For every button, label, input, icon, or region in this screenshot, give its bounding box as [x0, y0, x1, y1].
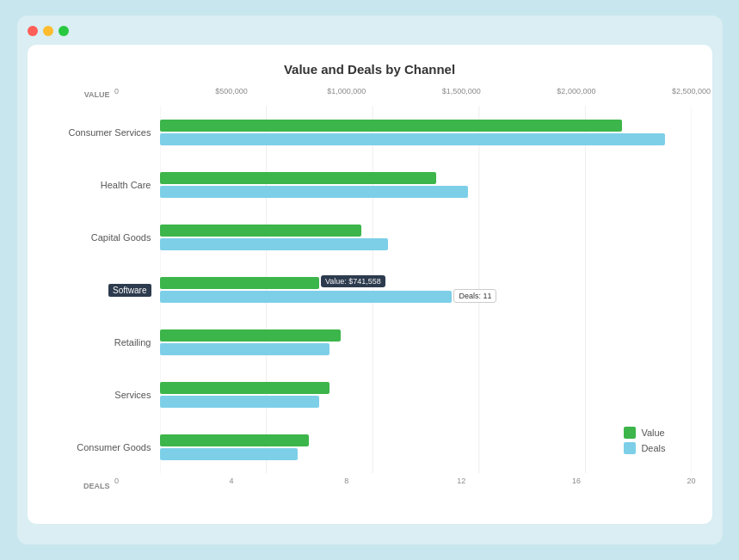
top-tick-1: $500,000	[215, 87, 248, 95]
bar-deals-capital-goods	[160, 238, 389, 250]
app-window: Value and Deals by Channel VALUE 0 $500,…	[17, 15, 723, 545]
bottom-tick-5: 20	[687, 477, 695, 485]
bottom-tick-2: 8	[344, 477, 348, 485]
y-label-2: Capital Goods	[48, 232, 160, 243]
bottom-axis-row: DEALS 0 4 8 12 16 20	[48, 477, 692, 495]
legend-deals-box	[624, 442, 636, 454]
traffic-lights	[28, 26, 712, 36]
top-axis: 0 $500,000 $1,000,000 $1,500,000 $2,000,…	[117, 87, 692, 102]
deals-axis-label: DEALS	[48, 482, 117, 490]
value-axis-label: VALUE	[48, 90, 117, 99]
y-label-0: Consumer Services	[48, 127, 160, 138]
bar-deals-services	[160, 396, 319, 408]
bar-value-capital-goods	[160, 225, 362, 237]
bar-group-software: Value: $741,558 Deals: 11	[160, 277, 692, 303]
top-tick-4: $2,000,000	[557, 87, 595, 95]
top-tick-0: 0	[114, 87, 119, 95]
bottom-axis: 0 4 8 12 16 20	[117, 477, 692, 495]
bar-group-health-care	[160, 172, 692, 198]
bars-area: Consumer Services Health Care Capital Go…	[48, 106, 692, 473]
legend-value: Value	[624, 427, 665, 439]
bottom-tick-4: 16	[572, 477, 581, 485]
minimize-button[interactable]	[43, 26, 53, 36]
chart-container: Value and Deals by Channel VALUE 0 $500,…	[28, 45, 712, 524]
bar-deals-consumer-goods	[160, 448, 299, 460]
legend-value-label: Value	[641, 428, 664, 438]
bottom-tick-0: 0	[114, 477, 119, 485]
tooltip-deals: Deals: 11	[453, 289, 496, 303]
bar-group-consumer-goods	[160, 434, 692, 460]
y-label-6: Consumer Goods	[48, 442, 160, 452]
top-tick-5: $2,500,000	[672, 87, 711, 95]
y-labels: Consumer Services Health Care Capital Go…	[48, 106, 160, 473]
bars-wrapper: Value: $741,558 Deals: 11	[160, 106, 692, 473]
y-label-1: Health Care	[48, 180, 160, 190]
software-highlight-label: Software	[108, 284, 151, 297]
bar-deals-software	[160, 291, 453, 303]
bar-group-capital-goods	[160, 225, 692, 250]
bottom-tick-3: 12	[457, 477, 465, 485]
y-label-3: Software	[48, 285, 160, 295]
legend-deals: Deals	[624, 442, 665, 454]
bar-value-retailing	[160, 329, 341, 342]
bar-group-consumer-services	[160, 120, 692, 145]
bar-value-software	[160, 277, 319, 289]
legend-value-box	[624, 427, 636, 439]
bar-deals-health-care	[160, 186, 468, 198]
bar-value-services	[160, 382, 330, 394]
maximize-button[interactable]	[59, 26, 69, 36]
top-tick-2: $1,000,000	[327, 87, 366, 95]
bottom-tick-1: 4	[230, 477, 234, 485]
bar-group-services	[160, 382, 692, 408]
bar-deals-consumer-services	[160, 133, 665, 145]
bar-group-retailing	[160, 329, 692, 355]
bar-value-consumer-services	[160, 120, 623, 132]
chart-title: Value and Deals by Channel	[48, 62, 692, 77]
tooltip-value: Value: $741,558	[321, 275, 385, 287]
bar-value-health-care	[160, 172, 436, 184]
bar-value-consumer-goods	[160, 434, 309, 446]
legend: Value Deals	[624, 427, 665, 454]
top-tick-3: $1,500,000	[442, 87, 481, 95]
bar-deals-retailing	[160, 343, 330, 355]
legend-deals-label: Deals	[641, 443, 665, 453]
y-label-5: Services	[48, 390, 160, 400]
close-button[interactable]	[28, 26, 38, 36]
y-label-4: Retailing	[48, 337, 160, 348]
